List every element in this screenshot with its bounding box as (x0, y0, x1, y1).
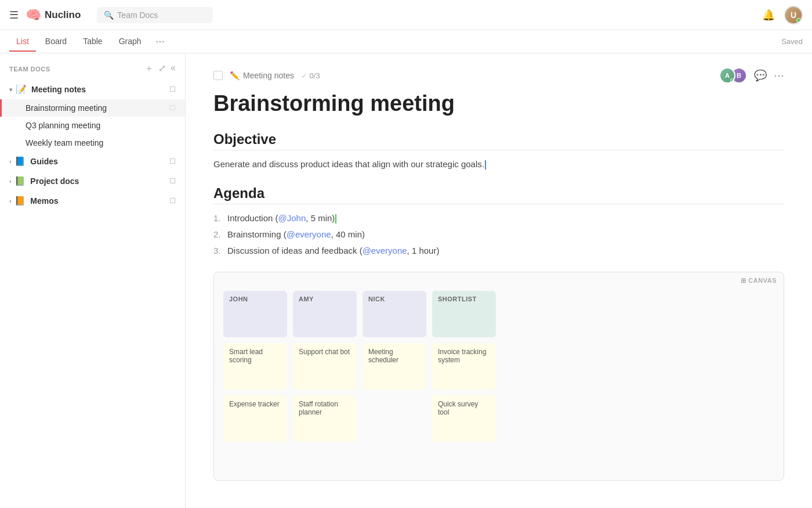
sidebar-item-q3[interactable]: Q3 planning meeting (0, 117, 185, 134)
breadcrumb-text: Meeting notes (243, 71, 294, 80)
folder-icon: 📘 (14, 156, 26, 167)
folder-icon: 📙 (14, 196, 26, 206)
sidebar-item-label: Brainstorming meeting (26, 103, 169, 113)
header-icons: A B 💬 ⋯ (719, 67, 784, 84)
agenda-item-3: Discussion of ideas and feedback (@every… (213, 244, 784, 258)
nav-tabs: List Board Table Graph ⋯ Saved (0, 30, 812, 53)
canvas-col-amy: AMY (293, 291, 357, 337)
canvas-col-john: JOHN (223, 291, 287, 337)
saved-status: Saved (781, 37, 803, 46)
agenda-list: Introduction (@John, 5 min) Brainstormin… (213, 211, 784, 258)
sidebar-group-check: ☐ (169, 85, 176, 93)
folder-icon: 📝 (16, 84, 27, 95)
sidebar-group-check: ☐ (169, 197, 176, 205)
sidebar-group-check: ☐ (169, 177, 176, 185)
avatar-online-indicator (796, 18, 801, 23)
avatar-user1: A (719, 67, 735, 84)
chevron-right-icon: › (9, 198, 11, 204)
main-layout: TEAM DOCS ＋ ⤢ « ▾ 📝 Meeting notes ☐ Brai… (0, 53, 812, 508)
sidebar-title: TEAM DOCS (9, 66, 140, 73)
doc-progress: ✓ 0/3 (301, 71, 320, 80)
mention-everyone-2: @everyone (362, 246, 407, 255)
mention-john: @John (278, 213, 306, 223)
canvas-card-quick-survey[interactable]: Quick survey tool (432, 395, 496, 442)
canvas-grid: JOHN AMY NICK SHORTLIST Smart lead scori… (223, 282, 774, 442)
comment-icon[interactable]: 💬 (754, 69, 767, 82)
search-icon: 🔍 (104, 10, 114, 20)
canvas-container: ⊞ CANVAS JOHN AMY NICK SHORTLIST Smart l… (213, 272, 784, 481)
topbar-right: 🔔 U (762, 6, 803, 24)
sidebar-group-label: Guides (30, 157, 169, 166)
progress-text: 0/3 (310, 71, 320, 80)
more-options-icon[interactable]: ⋯ (774, 69, 784, 82)
doc-header: ✏️ Meeting notes ✓ 0/3 (213, 71, 320, 80)
doc-checkbox[interactable] (213, 71, 223, 80)
tab-table[interactable]: Table (76, 32, 109, 52)
tab-list[interactable]: List (9, 32, 36, 52)
canvas-col-nick: NICK (362, 291, 426, 337)
canvas-card-invoice-tracking[interactable]: Invoice tracking system (432, 343, 496, 390)
tab-graph[interactable]: Graph (112, 32, 148, 52)
sidebar-item-label: Q3 planning meeting (26, 121, 176, 130)
sidebar-collapse-icon[interactable]: « (171, 63, 176, 75)
sidebar-actions: ＋ ⤢ « (144, 63, 176, 75)
logo-icon: 🧠 (26, 8, 41, 23)
canvas-col-shortlist: SHORTLIST (432, 291, 496, 337)
section-heading-objective: Objective (213, 131, 784, 150)
chevron-right-icon: › (9, 158, 11, 165)
progress-check-icon: ✓ (301, 71, 307, 80)
document-title: Brainstorming meeting (213, 91, 784, 117)
tab-board[interactable]: Board (38, 32, 74, 52)
nav-more-icon[interactable]: ⋯ (155, 36, 165, 47)
sidebar-header: TEAM DOCS ＋ ⤢ « (0, 53, 185, 80)
search-bar[interactable]: 🔍 Team Docs (97, 7, 213, 23)
chevron-down-icon: ▾ (9, 87, 12, 93)
folder-icon: 📗 (14, 176, 26, 186)
pencil-icon: ✏️ (230, 71, 240, 80)
canvas-card-staff-rotation[interactable]: Staff rotation planner (293, 395, 357, 442)
canvas-card-meeting-scheduler[interactable]: Meeting scheduler (362, 343, 426, 390)
section-heading-agenda: Agenda (213, 185, 784, 204)
canvas-label-text: CANVAS (748, 277, 777, 284)
search-input-placeholder: Team Docs (117, 10, 158, 20)
bell-icon[interactable]: 🔔 (762, 9, 775, 21)
logo-text: Nuclino (45, 9, 81, 21)
topbar-left: ☰ 🧠 Nuclino 🔍 Team Docs (9, 7, 213, 23)
sidebar-add-icon[interactable]: ＋ (144, 63, 154, 75)
section-content-objective[interactable]: Generate and discuss product ideas that … (213, 157, 784, 171)
topbar: ☰ 🧠 Nuclino 🔍 Team Docs 🔔 U (0, 0, 812, 30)
sidebar-group-label: Project docs (30, 176, 169, 186)
sidebar-group-guides[interactable]: › 📘 Guides ☐ (0, 152, 185, 171)
avatars-group: A B (719, 67, 747, 84)
canvas-icon: ⊞ (741, 277, 746, 284)
sidebar-group-project-docs[interactable]: › 📗 Project docs ☐ (0, 171, 185, 191)
user-avatar[interactable]: U (784, 6, 803, 24)
agenda-item-1: Introduction (@John, 5 min) (213, 211, 784, 225)
mention-everyone-1: @everyone (287, 229, 331, 239)
canvas-label: ⊞ CANVAS (741, 277, 777, 284)
online-dot (730, 78, 734, 82)
sidebar: TEAM DOCS ＋ ⤢ « ▾ 📝 Meeting notes ☐ Brai… (0, 53, 186, 508)
hamburger-icon[interactable]: ☰ (9, 9, 19, 21)
sidebar-item-weekly[interactable]: Weekly team meeting (0, 134, 185, 152)
canvas-card-empty (362, 395, 426, 442)
doc-breadcrumb: ✏️ Meeting notes (230, 71, 294, 80)
cursor-green (335, 214, 336, 224)
sidebar-item-check: ☐ (169, 104, 176, 112)
sidebar-group-meeting-notes[interactable]: ▾ 📝 Meeting notes ☐ (0, 80, 185, 99)
sidebar-group-label: Meeting notes (31, 85, 169, 94)
sidebar-group-check: ☐ (169, 157, 176, 165)
sidebar-item-label: Weekly team meeting (26, 138, 176, 147)
sidebar-item-brainstorming[interactable]: Brainstorming meeting ☐ (0, 99, 185, 117)
logo: 🧠 Nuclino (26, 8, 81, 23)
chevron-right-icon: › (9, 178, 11, 185)
sidebar-expand-icon[interactable]: ⤢ (158, 63, 166, 75)
canvas-card-expense-tracker[interactable]: Expense tracker (223, 395, 287, 442)
canvas-card-support-chat[interactable]: Support chat bot (293, 343, 357, 390)
sidebar-group-memos[interactable]: › 📙 Memos ☐ (0, 191, 185, 211)
text-cursor (485, 160, 486, 170)
document-content: ✏️ Meeting notes ✓ 0/3 A B 💬 ⋯ (186, 53, 812, 508)
canvas-card-smart-lead[interactable]: Smart lead scoring (223, 343, 287, 390)
sidebar-group-label: Memos (30, 196, 169, 206)
agenda-item-2: Brainstorming (@everyone, 40 min) (213, 228, 784, 242)
